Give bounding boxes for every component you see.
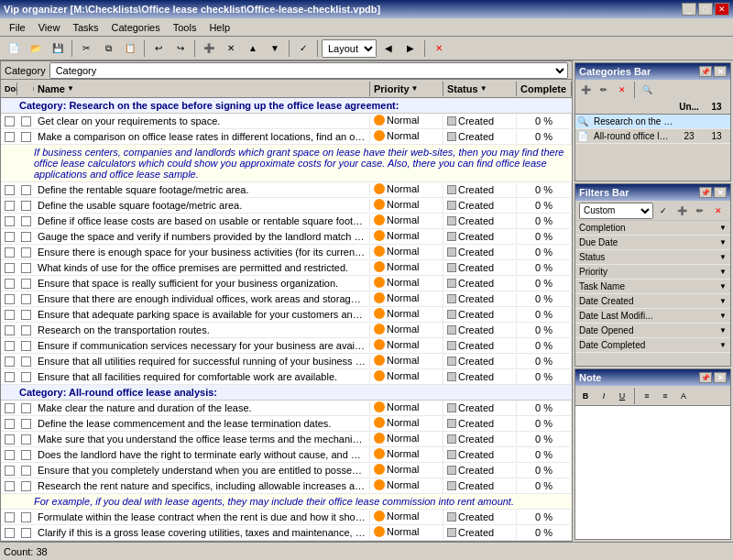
maximize-button[interactable]: □ [698, 3, 713, 16]
task-done-checkbox-11[interactable] [1, 293, 17, 305]
cat-filter-button[interactable]: 🔍 [639, 82, 655, 98]
task-row-20[interactable]: Make sure that you understand the office… [1, 432, 572, 447]
task-done-checkbox-21[interactable] [1, 449, 17, 461]
task-done-checkbox-16[interactable] [1, 371, 17, 383]
task-done-checkbox-12[interactable] [1, 309, 17, 321]
task-done-checkbox-22[interactable] [1, 465, 17, 477]
task-row-4[interactable]: Define the rentable square footage/metri… [1, 182, 572, 198]
task-done-checkbox-9[interactable] [1, 262, 17, 274]
task-row-5[interactable]: Define the usable square footage/metric … [1, 198, 572, 214]
task-checkbox-18[interactable] [17, 402, 34, 414]
cat-add-button[interactable]: ➕ [577, 82, 594, 98]
task-row-9[interactable]: What kinds of use for the office premise… [1, 260, 572, 276]
task-row-11[interactable]: Ensure that there are enough individual … [1, 291, 572, 307]
task-done-checkbox-14[interactable] [1, 340, 17, 352]
layout-next-button[interactable]: ▶ [400, 38, 421, 59]
filter-date-modified[interactable]: Date Last Modifi... ▼ [575, 309, 730, 324]
filter-date-created[interactable]: Date Created ▼ [575, 294, 730, 309]
toolbar-move-down-button[interactable]: ▼ [265, 38, 285, 59]
filter-date-opened[interactable]: Date Opened ▼ [575, 324, 730, 338]
task-checkbox-12[interactable] [17, 309, 34, 321]
task-row-7[interactable]: Gauge the space and verify if numbers pr… [1, 229, 572, 245]
task-done-checkbox-19[interactable] [1, 418, 17, 430]
task-checkbox-25[interactable] [17, 511, 34, 523]
task-done-checkbox-5[interactable] [1, 200, 17, 212]
task-row-23[interactable]: Research the rent nature and specifics, … [1, 478, 572, 494]
task-checkbox-5[interactable] [17, 200, 34, 212]
toolbar-undo-button[interactable]: ↩ [148, 38, 169, 59]
task-row-12[interactable]: Ensure that adequate parking space is av… [1, 307, 572, 323]
toolbar-move-up-button[interactable]: ▲ [243, 38, 263, 59]
th-priority[interactable]: Priority ▼ [370, 82, 443, 96]
toolbar-cancel-button[interactable]: ✕ [429, 38, 449, 59]
filter-add-button[interactable]: ➕ [673, 203, 690, 219]
task-row-8[interactable]: Ensure there is enough space for your bu… [1, 245, 572, 260]
filters-pin-button[interactable]: 📌 [699, 187, 712, 198]
task-done-checkbox-15[interactable] [1, 356, 17, 368]
task-row-10[interactable]: Ensure that space is really sufficient f… [1, 276, 572, 291]
task-checkbox-6[interactable] [17, 215, 34, 227]
filter-delete-button[interactable]: ✕ [710, 203, 727, 219]
filter-task-name[interactable]: Task Name ▼ [575, 280, 730, 294]
note-pin-button[interactable]: 📌 [699, 372, 712, 383]
task-checkbox-21[interactable] [17, 449, 34, 461]
cat-row-research[interactable]: 🔍 Research on the space before sig... [575, 115, 730, 129]
menu-help[interactable]: Help [203, 20, 235, 35]
toolbar-redo-button[interactable]: ↪ [170, 38, 191, 59]
task-row-1[interactable]: Get clear on your requirements to space.… [1, 114, 572, 129]
filter-date-completed[interactable]: Date Completed ▼ [575, 338, 730, 353]
layout-select[interactable]: Layout [322, 39, 377, 58]
close-button[interactable]: ✕ [715, 3, 729, 16]
toolbar-copy-button[interactable]: ⧉ [98, 38, 118, 59]
toolbar-save-button[interactable]: 💾 [48, 38, 68, 59]
note-left-button[interactable]: ≡ [639, 388, 655, 404]
minimize-button[interactable]: _ [682, 3, 696, 16]
filters-close-button[interactable]: ✕ [714, 187, 727, 198]
task-row-19[interactable]: Define the lease commencement and the le… [1, 416, 572, 432]
filter-custom-select[interactable]: Custom [579, 203, 653, 219]
th-status[interactable]: Status ▼ [443, 82, 517, 96]
task-done-checkbox-2[interactable] [1, 131, 17, 143]
task-checkbox-7[interactable] [17, 231, 34, 243]
task-done-checkbox-25[interactable] [1, 511, 17, 523]
toolbar-new-button[interactable]: 📄 [4, 38, 24, 59]
task-done-checkbox-10[interactable] [1, 278, 17, 290]
note-color-button[interactable]: A [675, 388, 692, 404]
filter-due-date[interactable]: Due Date ▼ [575, 236, 730, 250]
note-center-button[interactable]: ≡ [657, 388, 673, 404]
filter-edit-button[interactable]: ✏ [692, 203, 708, 219]
task-row-15[interactable]: Ensure that all utilities required for s… [1, 354, 572, 369]
task-done-checkbox-6[interactable] [1, 215, 17, 227]
task-checkbox-19[interactable] [17, 418, 34, 430]
note-close-button[interactable]: ✕ [714, 372, 727, 383]
task-row-18[interactable]: Make clear the nature and duration of th… [1, 401, 572, 416]
task-row-2[interactable]: Make a comparison on office lease rates … [1, 129, 572, 145]
task-checkbox-8[interactable] [17, 247, 34, 258]
categories-pin-button[interactable]: 📌 [699, 66, 712, 77]
task-done-checkbox-13[interactable] [1, 324, 17, 336]
task-row-26[interactable]: Clarify if this is a gross lease coverin… [1, 525, 572, 541]
cat-delete-button[interactable]: ✕ [614, 82, 630, 98]
filter-completion[interactable]: Completion ▼ [575, 221, 730, 236]
task-checkbox-9[interactable] [17, 262, 34, 274]
menu-tasks[interactable]: Tasks [67, 20, 104, 35]
categories-close-button[interactable]: ✕ [714, 66, 727, 77]
task-done-checkbox-4[interactable] [1, 184, 17, 196]
task-checkbox-2[interactable] [17, 131, 34, 143]
task-row-14[interactable]: Ensure if communication services necessa… [1, 338, 572, 354]
note-bold-button[interactable]: B [577, 388, 594, 404]
note-content[interactable] [575, 406, 730, 539]
task-checkbox-26[interactable] [17, 527, 34, 539]
task-checkbox-23[interactable] [17, 480, 34, 492]
layout-prev-button[interactable]: ◀ [378, 38, 399, 59]
toolbar-delete-task-button[interactable]: ✕ [221, 38, 241, 59]
toolbar-paste-button[interactable]: 📋 [120, 38, 140, 59]
menu-tools[interactable]: Tools [168, 20, 202, 35]
menu-categories[interactable]: Categories [106, 20, 166, 35]
menu-file[interactable]: File [4, 20, 31, 35]
task-row-6[interactable]: Define if office lease costs are based o… [1, 214, 572, 229]
filter-priority[interactable]: Priority ▼ [575, 265, 730, 280]
toolbar-check-button[interactable]: ✓ [293, 38, 313, 59]
task-row-22[interactable]: Ensure that you completely understand wh… [1, 463, 572, 478]
note-italic-button[interactable]: I [596, 388, 612, 404]
